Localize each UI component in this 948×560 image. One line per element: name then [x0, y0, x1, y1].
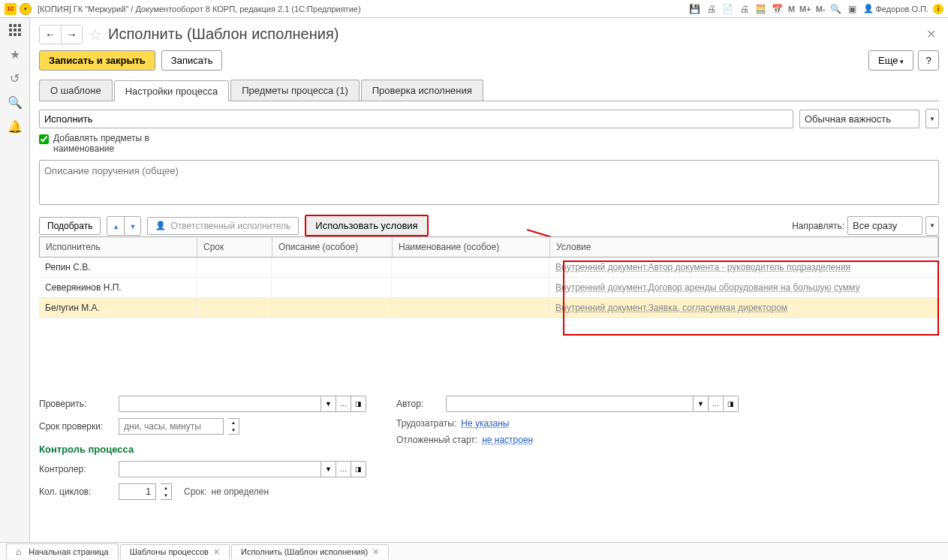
zoom-icon[interactable]: 🔍 [830, 3, 842, 15]
search-icon[interactable]: 🔍 [8, 95, 23, 110]
info-icon[interactable]: i [933, 4, 943, 14]
responsible-button[interactable]: 👤 Ответственный исполнитель [147, 217, 299, 235]
controller-open[interactable]: ◨ [351, 461, 366, 477]
controller-input[interactable] [119, 461, 321, 477]
move-up-button[interactable] [107, 217, 124, 235]
tab-subjects[interactable]: Предметы процесса (1) [230, 80, 360, 101]
calc-icon[interactable]: 🧮 [755, 3, 767, 15]
cycles-label: Кол. циклов: [39, 486, 114, 497]
save-icon[interactable]: 💾 [689, 3, 701, 15]
check-due-label: Срок проверки: [39, 421, 114, 432]
apps-grid-icon[interactable] [8, 23, 23, 38]
author-label: Автор: [396, 399, 441, 409]
user-label[interactable]: 👤 Федоров О.П. [863, 4, 929, 14]
tab-process-settings[interactable]: Настройки процесса [114, 80, 230, 101]
controller-more[interactable]: … [336, 461, 351, 477]
controller-label: Контролер: [39, 464, 114, 474]
check-input[interactable] [119, 396, 321, 412]
M-button[interactable]: M [788, 5, 795, 14]
deferred-link[interactable]: не настроен [482, 435, 533, 445]
nav-buttons: ← → [39, 25, 83, 44]
cycles-input[interactable] [119, 483, 156, 500]
check-dropdown[interactable]: ▼ [321, 396, 336, 412]
close-tab-icon[interactable]: ✕ [372, 547, 379, 557]
bottom-tab-home[interactable]: ⌂ Начальная страница [6, 543, 119, 559]
table-row[interactable]: Репин С.В. Внутренний документ.Автор док… [39, 257, 939, 278]
add-subjects-checkbox[interactable] [39, 134, 49, 144]
performers-table: Репин С.В. Внутренний документ.Автор док… [39, 257, 939, 385]
name-input[interactable] [39, 110, 793, 128]
more-button[interactable]: Еще [868, 50, 913, 71]
term-value: не определен [212, 486, 269, 497]
importance-select[interactable]: Обычная важность [799, 110, 919, 128]
page-title: Исполнить (Шаблон исполнения) [108, 26, 339, 43]
condition-link[interactable]: Внутренний документ.Автор документа - ру… [555, 262, 850, 272]
person-icon: 👤 [155, 221, 166, 230]
condition-link[interactable]: Внутренний документ.Заявка, согласуемая … [555, 303, 787, 313]
cycles-down[interactable]: ▼ [161, 492, 171, 499]
favorite-star-icon[interactable]: ☆ [89, 26, 102, 44]
spinner-down[interactable]: ▼ [228, 426, 239, 434]
effort-link[interactable]: Не указаны [461, 418, 509, 429]
move-down-button[interactable] [124, 217, 140, 235]
check-label: Проверить: [39, 399, 114, 409]
system-menu-button[interactable]: ▾ [20, 3, 32, 15]
check-more[interactable]: … [336, 396, 351, 412]
col-performer[interactable]: Исполнитель [40, 237, 197, 257]
home-icon: ⌂ [16, 546, 21, 557]
send-caret[interactable]: ▼ [925, 216, 939, 236]
doc-icon[interactable]: 📄 [722, 3, 734, 15]
print-icon[interactable]: 🖨 [706, 3, 718, 15]
deferred-label: Отложенный старт: [396, 435, 477, 445]
close-tab-icon[interactable]: ✕ [213, 547, 220, 557]
Mminus-button[interactable]: M- [816, 5, 826, 14]
table-row[interactable]: Белугин М.А. Внутренний документ.Заявка,… [39, 298, 939, 318]
nav-back-button[interactable]: ← [40, 26, 61, 44]
condition-link[interactable]: Внутренний документ.Договор аренды обору… [555, 282, 859, 293]
print2-icon[interactable]: 🖨 [739, 3, 751, 15]
use-conditions-button[interactable]: Использовать условия [305, 215, 428, 236]
controller-dropdown[interactable]: ▼ [321, 461, 336, 477]
save-close-button[interactable]: Записать и закрыть [39, 50, 155, 71]
help-button[interactable]: ? [918, 50, 939, 71]
author-input[interactable] [446, 396, 694, 412]
logo-1c-icon: 1C [5, 3, 17, 15]
author-dropdown[interactable]: ▼ [694, 396, 709, 412]
notifications-icon[interactable]: 🔔 [8, 119, 23, 134]
panel-icon[interactable]: ▣ [847, 3, 859, 15]
cycles-up[interactable]: ▲ [161, 484, 171, 492]
send-label: Направлять: [792, 221, 844, 231]
author-open[interactable]: ◨ [724, 396, 739, 412]
description-textarea[interactable] [39, 160, 939, 205]
col-cond[interactable]: Условие [550, 237, 938, 257]
add-subjects-label: Добавлять предметы в наименование [53, 133, 173, 154]
check-open[interactable]: ◨ [351, 396, 366, 412]
bottom-tab-current[interactable]: Исполнить (Шаблон исполнения) ✕ [231, 544, 389, 559]
effort-label: Трудозатраты: [396, 418, 456, 429]
Mplus-button[interactable]: M+ [799, 5, 811, 14]
send-select[interactable]: Все сразу [847, 216, 922, 235]
author-more[interactable]: … [709, 396, 724, 412]
term-label: Срок: [184, 486, 207, 497]
col-due[interactable]: Срок [197, 237, 272, 257]
history-icon[interactable]: ↺ [8, 71, 23, 86]
pick-button[interactable]: Подобрать [39, 217, 101, 235]
favorites-icon[interactable]: ★ [8, 47, 23, 62]
nav-forward-button[interactable]: → [61, 26, 82, 44]
tab-about[interactable]: О шаблоне [39, 80, 113, 101]
save-button[interactable]: Записать [161, 50, 223, 71]
spinner-up[interactable]: ▲ [228, 419, 239, 426]
calendar-icon[interactable]: 📅 [772, 3, 784, 15]
table-row[interactable]: Северянинов Н.П. Внутренний документ.Дог… [39, 278, 939, 298]
col-desc[interactable]: Описание (особое) [272, 237, 393, 257]
control-section-title: Контроль процесса [39, 444, 366, 455]
tab-check[interactable]: Проверка исполнения [361, 80, 483, 101]
user-icon: 👤 [863, 4, 874, 14]
bottom-tab-templates[interactable]: Шаблоны процессов ✕ [120, 544, 230, 559]
close-page-button[interactable]: ✕ [923, 24, 939, 44]
importance-caret[interactable]: ▼ [925, 109, 939, 128]
check-due-input[interactable] [119, 418, 224, 435]
col-name[interactable]: Наименование (особое) [393, 237, 550, 257]
window-title: [КОПИЯ] ГК "Меркурий" / Документооборот … [38, 5, 361, 14]
